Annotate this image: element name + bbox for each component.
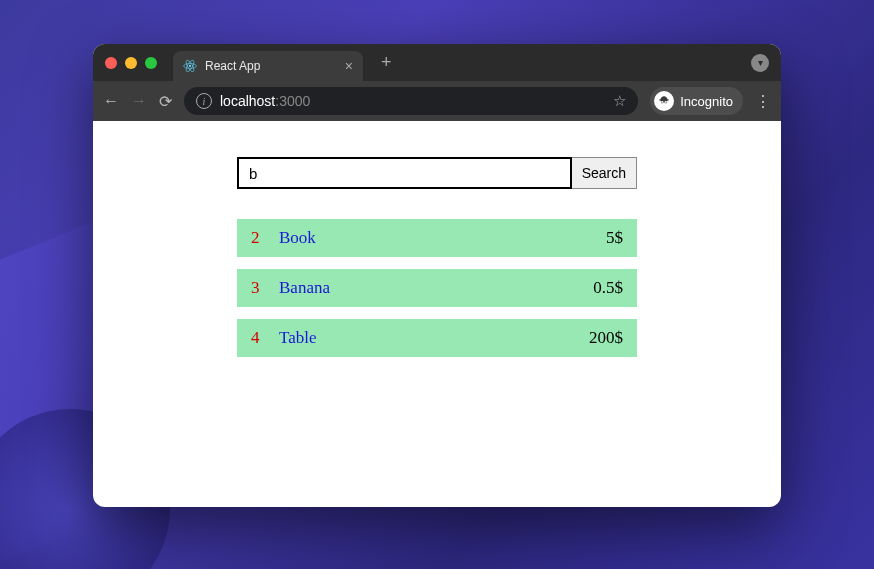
tabs-dropdown-button[interactable]: ▾: [751, 54, 769, 72]
search-input[interactable]: [237, 157, 572, 189]
maximize-window-button[interactable]: [145, 57, 157, 69]
search-form: Search: [237, 157, 637, 189]
item-name: Banana: [279, 278, 593, 298]
browser-tab[interactable]: React App ×: [173, 51, 363, 81]
forward-button[interactable]: →: [131, 92, 147, 110]
item-name: Book: [279, 228, 606, 248]
browser-window: React App × + ▾ ← → ⟳ i localhost:3000 ☆…: [93, 44, 781, 507]
reload-button[interactable]: ⟳: [159, 92, 172, 111]
url-host: localhost: [220, 93, 275, 109]
list-item[interactable]: 4 Table 200$: [237, 319, 637, 357]
list-item[interactable]: 2 Book 5$: [237, 219, 637, 257]
results-list: 2 Book 5$ 3 Banana 0.5$ 4 Table 200$: [237, 219, 637, 357]
tab-title: React App: [205, 59, 337, 73]
item-name: Table: [279, 328, 589, 348]
site-info-icon[interactable]: i: [196, 93, 212, 109]
item-price: 0.5$: [593, 278, 623, 298]
item-id: 3: [251, 278, 279, 298]
url-text: localhost:3000: [220, 93, 310, 109]
incognito-icon: [654, 91, 674, 111]
search-button[interactable]: Search: [572, 157, 637, 189]
item-id: 2: [251, 228, 279, 248]
react-favicon-icon: [183, 59, 197, 73]
bookmark-star-icon[interactable]: ☆: [613, 92, 626, 110]
minimize-window-button[interactable]: [125, 57, 137, 69]
new-tab-button[interactable]: +: [381, 52, 392, 73]
browser-menu-button[interactable]: ⋮: [755, 92, 771, 111]
item-price: 5$: [606, 228, 623, 248]
window-controls: [105, 57, 157, 69]
close-tab-button[interactable]: ×: [345, 58, 353, 74]
list-item[interactable]: 3 Banana 0.5$: [237, 269, 637, 307]
titlebar: React App × + ▾: [93, 44, 781, 81]
close-window-button[interactable]: [105, 57, 117, 69]
toolbar: ← → ⟳ i localhost:3000 ☆ Incognito ⋮: [93, 81, 781, 121]
address-bar[interactable]: i localhost:3000 ☆: [184, 87, 638, 115]
svg-point-0: [189, 65, 191, 67]
incognito-badge[interactable]: Incognito: [650, 87, 743, 115]
incognito-label: Incognito: [680, 94, 733, 109]
url-port: :3000: [275, 93, 310, 109]
back-button[interactable]: ←: [103, 92, 119, 110]
item-price: 200$: [589, 328, 623, 348]
item-id: 4: [251, 328, 279, 348]
chevron-down-icon: ▾: [758, 57, 763, 68]
page-content: Search 2 Book 5$ 3 Banana 0.5$ 4 Table 2…: [93, 121, 781, 393]
